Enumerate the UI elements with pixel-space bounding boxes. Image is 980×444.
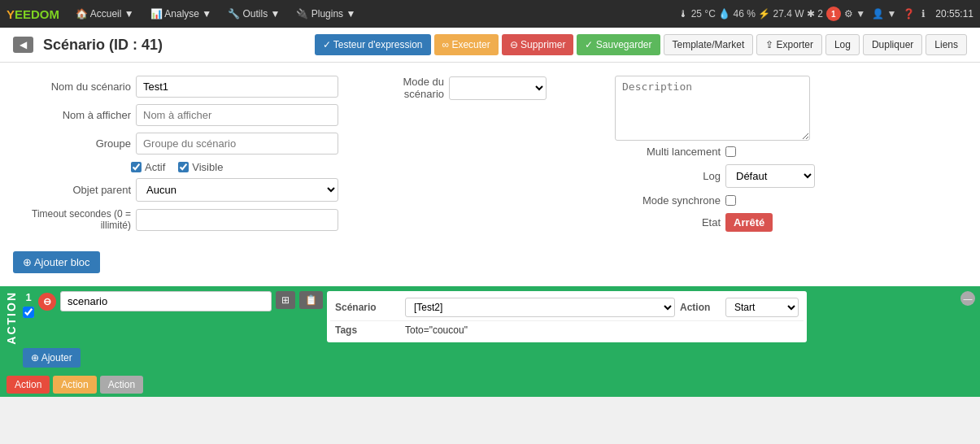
action-remove-button[interactable]: ⊖: [38, 293, 56, 311]
objet-field: Objet parent Aucun: [13, 178, 338, 202]
duplicate-button[interactable]: Dupliquer: [863, 34, 922, 55]
visible-label: Visible: [192, 161, 223, 173]
page-header: ◀ Scénario (ID : 41) ✓ Testeur d'express…: [0, 28, 980, 63]
nav-accueil[interactable]: 🏠 Accueil ▼: [69, 5, 141, 23]
info-icon[interactable]: ℹ: [921, 8, 926, 20]
bottom-buttons-row: Action Action Action: [0, 372, 980, 397]
action-main-row: 1 ⊖ ⊞ 📋 Scénario [Test2] Action: [23, 291, 975, 342]
actif-checkbox[interactable]: [131, 162, 142, 172]
action-title-text: ACTION: [5, 291, 18, 345]
mode-synchrone-label: Mode synchrone: [615, 194, 721, 207]
action-enabled-checkbox[interactable]: [23, 307, 34, 318]
logo-rest: EEDOM: [15, 7, 59, 21]
multilancement-label: Multi lancement: [615, 146, 721, 158]
logo: YEEDOM: [7, 7, 59, 21]
form-left: Nom du scénario Nom à afficher Groupe: [13, 76, 338, 238]
test-expression-button[interactable]: ✓ Testeur d'expression: [315, 34, 431, 55]
mode-synchrone-checkbox[interactable]: [725, 195, 736, 206]
scenario-form: Nom du scénario Nom à afficher Groupe: [13, 76, 967, 238]
log-button[interactable]: Log: [825, 34, 860, 55]
actif-label: Actif: [145, 161, 165, 173]
visible-check-item: Visible: [178, 161, 223, 173]
mode-label: Mode du scénario: [363, 76, 444, 100]
action-add-row: ⊕ Ajouter: [23, 348, 975, 368]
action-block: ACTION 1 ⊖ ⊞ 📋 Scénario [Test: [0, 286, 980, 372]
tags-label: Tags: [335, 324, 400, 336]
timeout-input[interactable]: [136, 209, 338, 231]
tags-value: Toto="coucou": [405, 324, 799, 336]
add-bloc-button[interactable]: ⊕ Ajouter bloc: [13, 251, 100, 273]
nom-afficher-label: Nom à afficher: [13, 109, 131, 121]
nom-field: Nom du scénario: [13, 76, 338, 98]
objet-label: Objet parent: [13, 184, 131, 196]
nav-plugins[interactable]: 🔌 Plugins ▼: [290, 5, 362, 23]
objet-select[interactable]: Aucun: [136, 178, 338, 202]
bottom-btn-2[interactable]: Action: [100, 376, 143, 394]
scenario-option-label: Scénario: [335, 302, 400, 313]
back-button[interactable]: ◀: [13, 37, 33, 53]
page-title: Scénario (ID : 41): [43, 37, 163, 54]
groupe-label: Groupe: [13, 137, 131, 150]
nav-outils[interactable]: 🔧 Outils ▼: [221, 5, 286, 23]
action-content: 1 ⊖ ⊞ 📋 Scénario [Test2] Action: [23, 291, 975, 368]
help-icon[interactable]: ❓: [903, 8, 915, 20]
action-value-select[interactable]: Start: [725, 298, 799, 317]
save-button[interactable]: ✓ Sauvegarder: [577, 34, 660, 55]
nom-label: Nom du scénario: [13, 81, 131, 93]
notification-badge[interactable]: 1: [826, 7, 841, 21]
action-sidebar: ACTION: [5, 291, 18, 345]
groupe-input[interactable]: [136, 133, 338, 155]
scenario-options-panel: Scénario [Test2] Action Start Tags Toto=…: [327, 291, 807, 342]
settings-icon[interactable]: ⚙ ▼: [844, 8, 865, 20]
etat-field: Etat Arrêté: [615, 213, 967, 232]
log-field-label: Log: [615, 170, 721, 182]
delete-button[interactable]: ⊖ Supprimer: [502, 34, 574, 55]
log-select[interactable]: Défaut: [725, 164, 815, 188]
mode-synchrone-field: Mode synchrone: [615, 194, 967, 207]
nom-input[interactable]: [136, 76, 338, 98]
action-option-label: Action: [680, 302, 721, 313]
table-icon-button[interactable]: ⊞: [276, 291, 295, 309]
actif-visible-row: Actif Visible: [131, 161, 338, 173]
scenario-row: Scénario [Test2] Action Start: [330, 294, 804, 321]
clock: 20:55:11: [935, 8, 973, 20]
topnav-icons: ⚙ ▼ 👤 ▼ ❓ ℹ: [844, 8, 926, 20]
multilancement-field: Multi lancement: [615, 146, 967, 158]
weather-text: 🌡 25 °C 💧 46 % ⚡ 27.4 W ✱ 2: [678, 8, 823, 20]
template-market-button[interactable]: Template/Market: [664, 34, 754, 55]
description-textarea[interactable]: [615, 76, 810, 141]
mode-field: Mode du scénario: [363, 76, 590, 100]
form-mid: Mode du scénario: [363, 76, 590, 238]
logo-y: Y: [7, 7, 15, 21]
code-icon-button[interactable]: 📋: [299, 291, 323, 309]
actif-check-item: Actif: [131, 161, 165, 173]
timeout-label: Timeout secondes (0 = illimité): [13, 208, 131, 231]
nom-afficher-field: Nom à afficher: [13, 104, 338, 126]
bottom-btn-0[interactable]: Action: [7, 376, 50, 394]
etat-label: Etat: [615, 216, 721, 229]
export-button[interactable]: ⇪ Exporter: [756, 34, 822, 55]
timeout-field: Timeout secondes (0 = illimité): [13, 208, 338, 231]
topnav: YEEDOM 🏠 Accueil ▼ 📊 Analyse ▼ 🔧 Outils …: [0, 0, 980, 28]
log-field: Log Défaut: [615, 164, 967, 188]
collapse-button[interactable]: —: [960, 291, 975, 306]
action-num: 1: [25, 291, 31, 303]
scenario-value-select[interactable]: [Test2]: [405, 298, 675, 317]
bottom-btn-1[interactable]: Action: [53, 376, 96, 394]
nav-analyse[interactable]: 📊 Analyse ▼: [144, 5, 219, 23]
nom-afficher-input[interactable]: [136, 104, 338, 126]
visible-checkbox[interactable]: [178, 162, 189, 172]
mode-select[interactable]: [449, 76, 547, 100]
scenario-input[interactable]: [60, 291, 272, 311]
tags-row: Tags Toto="coucou": [330, 321, 804, 339]
main-content: Nom du scénario Nom à afficher Groupe: [0, 63, 980, 286]
multilancement-checkbox[interactable]: [725, 146, 736, 157]
add-action-button[interactable]: ⊕ Ajouter: [23, 348, 81, 368]
execute-button[interactable]: ∞ Executer: [434, 34, 499, 55]
links-button[interactable]: Liens: [926, 34, 967, 55]
user-icon[interactable]: 👤 ▼: [872, 8, 896, 20]
form-right: Multi lancement Log Défaut Mode synchron…: [615, 76, 967, 238]
groupe-field: Groupe: [13, 133, 338, 155]
etat-badge: Arrêté: [725, 213, 773, 232]
action-controls: 1: [23, 291, 34, 318]
